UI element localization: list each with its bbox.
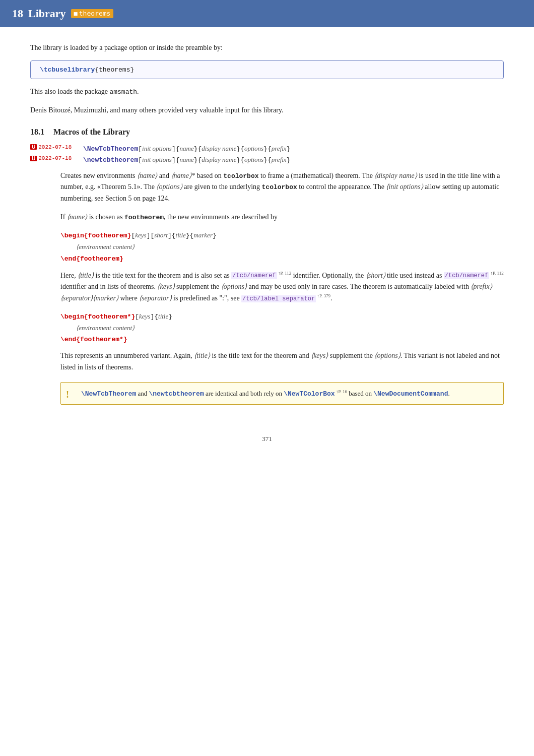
macro1-signature: \NewTcbTheorem[init options]{name}{displ… [83,144,504,154]
env-star-begin-cmd: \begin{footheorem*} [60,313,135,321]
info-box-content: \NewTcbTheorem and \newtcbtheorem are id… [81,390,450,397]
description-block: Creates new environments ⟨name⟩ and ⟨nam… [60,170,504,405]
chapter-title-prefix: Library [28,7,66,20]
macro2-options: options [244,156,263,163]
desc-para2: If ⟨name⟩ is chosen as footheorem, the n… [60,212,504,223]
section-18-1-title: Macros of the Library [53,128,130,136]
macro1-close-bracket: ] [172,145,176,153]
tcbuselibrary-block: \tcbuselibrary{theorems} [30,60,504,79]
infobox-end: . [448,390,449,397]
infobox-ref1: ↑P. 16 [335,389,347,394]
macro2-display-name: display name [202,156,236,163]
macro2-name: name [180,156,194,163]
section-18-1-heading: 18.1Macros of the Library [30,128,504,137]
desc-footheorem: footheorem [124,214,164,221]
intro-para2: This also loads the package amsmath. [30,86,504,98]
env-code-1: \begin{footheorem}[keys][short]{title}{m… [60,230,504,264]
macro1-date: 2022-07-18 [38,144,72,150]
env-begin-args: [keys][short]{title}{marker} [131,232,216,239]
env-content-italic: ⟨environment content⟩ [76,243,135,250]
chapter-number: 18 [12,7,23,20]
macro2-brace2: }{ [194,156,202,164]
tcb-label-sep-link: /tcb/label separator [241,295,316,302]
info-box-icon: ! [66,388,69,402]
env1-prefix: ⟨prefix⟩ [471,283,492,290]
desc-para1: Creates new environments ⟨name⟩ and ⟨nam… [60,170,504,205]
nameref-page-ref2: ↑P. 112 [489,271,503,276]
desc-display-name: ⟨display name⟩ [374,172,417,179]
macro1-entry: U 2022-07-18 \NewTcbTheorem[init options… [30,144,504,154]
info-box: ! \NewTcbTheorem and \newtcbtheorem are … [60,382,504,405]
macro2-signature: \newtcbtheorem[init options]{name}{displ… [83,155,504,165]
env1-marker: ⟨marker⟩ [93,294,118,302]
desc-name2: ⟨name⟩* [171,172,195,179]
env1-title1: ⟨title⟩ [78,271,94,279]
env-begin-line: \begin{footheorem}[keys][short]{title}{m… [60,230,504,241]
env-star-desc: This represents an unnumbered variant. A… [60,350,504,373]
env1-options: ⟨options⟩ [221,283,247,290]
chapter-header: 18 Library ■ theorems [0,0,534,27]
envstar-title: ⟨title⟩ [194,352,210,359]
env1-short: ⟨short⟩ [366,271,385,279]
env-star-content-italic: ⟨environment content⟩ [76,324,135,332]
env-code-star: \begin{footheorem*}[keys]{title} ⟨enviro… [60,311,504,345]
macro2-date: 2022-07-18 [38,155,72,161]
intro-line2-end: . [137,88,139,95]
macro2-brace5: } [287,156,291,164]
intro-line1: The library is loaded by a package optio… [30,44,223,51]
macro2-entry: U 2022-07-18 \newtcbtheorem[init options… [30,155,504,165]
macro1-label: U 2022-07-18 [30,144,83,150]
envstar-keys: ⟨keys⟩ [311,352,328,359]
infobox-cmd2: \newtcbtheorem [149,390,204,398]
env-star-content-line: ⟨environment content⟩ [60,323,504,334]
env-star-end-cmd: \end{footheorem*} [60,336,127,343]
tcbuselibrary-arg: {theorems} [95,66,134,74]
macro2-brace1: { [176,156,180,164]
intro-para3: Denis Bitouzé, Muzimuzhi, and many other… [30,105,504,116]
macro2-init-options: init options [142,156,172,163]
macro1-options: options [244,145,263,152]
macro1-badge: U [30,144,37,150]
macro1-brace5: } [287,145,291,153]
infobox-cmd4: \NewDocumentCommand [373,390,448,398]
infobox-based: based on [349,390,373,397]
macro1-brace3: }{ [236,145,244,153]
macro2-prefix: prefix [272,156,287,163]
infobox-cmd1: \NewTcbTheorem [81,390,136,398]
tcb-nameref-link: /tcb/nameref [231,272,277,279]
macro1-cmd: \NewTcbTheorem [83,145,138,153]
macro1-prefix: prefix [272,145,287,152]
macro2-label: U 2022-07-18 [30,155,83,161]
env-end-cmd: \end{footheorem} [60,255,123,263]
macro1-brace2: }{ [194,145,202,153]
page: 18 Library ■ theorems The library is loa… [0,0,534,756]
library-badge: ■ theorems [71,9,114,18]
desc-tcolorbox2: tcolorbox [262,183,297,191]
macro1-init-options: init options [142,145,172,152]
macro1-name: name [180,145,194,152]
env1-desc: Here, ⟨title⟩ is the title text for the … [60,270,504,304]
desc-tcolorbox1: tcolorbox [223,172,258,180]
nameref-page-ref: ↑P. 112 [277,271,291,276]
env1-separator: ⟨separator⟩ [60,294,93,302]
env-content-line: ⟨environment content⟩ [60,241,504,253]
env-end-line: \end{footheorem} [60,254,504,265]
tcb-nameref-link2: /tcb/nameref [444,272,489,279]
macro1-opt-bracket: [ [138,145,142,153]
env-star-begin-line: \begin{footheorem*}[keys]{title} [60,311,504,323]
desc-options: ⟨options⟩ [156,183,182,191]
macro2-brace4: }{ [263,156,272,164]
labelsep-page-ref: ↑P. 379 [316,293,330,298]
page-footer: 371 [30,435,504,443]
amsmath-pkg: amsmath [109,88,137,96]
macro2-badge: U [30,156,37,161]
macro2-brace3: }{ [236,156,244,164]
library-name: theorems [79,10,111,17]
macro1-brace4: }{ [263,145,272,153]
envstar-options: ⟨options⟩ [374,352,400,359]
infobox-mid: are identical and both rely on [206,390,284,397]
env-star-args: [keys]{title} [135,313,172,321]
macro2-close-bracket: ] [172,156,176,164]
env-star-end-line: \end{footheorem*} [60,334,504,345]
section-18-1-number: 18.1 [30,128,44,136]
